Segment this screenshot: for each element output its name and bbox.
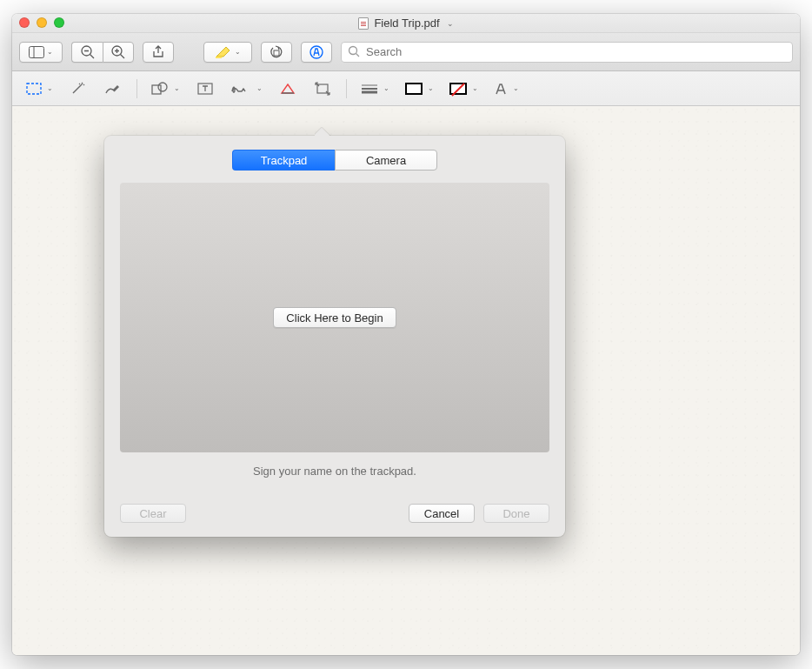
pencil-draw-icon <box>104 83 122 95</box>
svg-line-6 <box>121 54 125 58</box>
tab-trackpad[interactable]: Trackpad <box>232 150 335 171</box>
highlighter-icon <box>215 46 232 58</box>
search-icon <box>348 45 360 61</box>
document-title: Field Trip.pdf <box>374 17 439 30</box>
svg-rect-9 <box>216 57 222 58</box>
annotate-shape-button[interactable] <box>273 77 303 100</box>
line-style-button[interactable]: ⌄ <box>356 77 395 100</box>
markup-icon <box>309 44 324 60</box>
sign-button[interactable]: ⌄ <box>225 77 268 100</box>
popover-arrow <box>315 127 332 136</box>
chevron-down-icon: ⌄ <box>47 84 53 92</box>
line-style-icon <box>361 84 378 94</box>
svg-point-16 <box>158 83 167 91</box>
close-window-button[interactable] <box>19 17 30 28</box>
chevron-down-icon: ⌄ <box>256 84 263 92</box>
title-area[interactable]: Field Trip.pdf ⌄ <box>358 17 453 30</box>
chevron-down-icon: ⌄ <box>383 84 389 92</box>
share-icon <box>152 45 164 59</box>
main-toolbar: ⌄ ⌄ <box>12 33 800 71</box>
titlebar: Field Trip.pdf ⌄ <box>12 14 800 33</box>
shapes-icon <box>151 82 169 96</box>
shapes-button[interactable]: ⌄ <box>146 77 185 100</box>
search-wrap <box>341 42 793 63</box>
chevron-down-icon: ⌄ <box>174 84 180 92</box>
traffic-lights <box>19 17 64 28</box>
chevron-down-icon: ⌄ <box>472 84 478 92</box>
text-box-icon <box>197 83 213 95</box>
zoom-in-button[interactable] <box>103 42 134 63</box>
annotate-triangle-icon <box>280 83 296 95</box>
svg-rect-10 <box>274 50 279 56</box>
text-style-button[interactable]: ⌄ <box>489 77 524 100</box>
adjust-size-button[interactable] <box>308 77 337 100</box>
document-canvas[interactable]: Trackpad Camera Click Here to Begin Sign… <box>12 106 800 655</box>
selection-tool-button[interactable]: ⌄ <box>21 77 58 100</box>
title-chevron-icon: ⌄ <box>447 19 454 28</box>
svg-rect-14 <box>27 84 41 94</box>
chevron-down-icon: ⌄ <box>47 48 53 56</box>
signature-instruction-text: Sign your name on the trackpad. <box>120 465 549 478</box>
resize-arrows-icon <box>315 82 330 96</box>
text-style-icon <box>494 83 508 95</box>
fill-color-swatch <box>449 83 467 95</box>
zoom-out-icon <box>80 44 96 60</box>
text-box-button[interactable] <box>190 77 220 100</box>
document-icon <box>358 17 369 30</box>
chevron-down-icon: ⌄ <box>513 84 519 92</box>
toolbar-separator <box>346 79 347 98</box>
svg-point-12 <box>349 46 357 54</box>
rotate-button[interactable] <box>261 42 292 63</box>
tab-camera[interactable]: Camera <box>335 150 437 171</box>
svg-line-3 <box>90 54 94 58</box>
markup-toolbar: ⌄ ⌄ ⌄ ⌄ ⌄ <box>12 71 800 106</box>
signature-icon <box>230 83 251 95</box>
search-input[interactable] <box>341 42 793 63</box>
popover-actions: Clear Cancel Done <box>120 504 549 523</box>
toolbar-separator <box>136 79 137 98</box>
highlight-button[interactable]: ⌄ <box>203 42 252 63</box>
svg-rect-0 <box>30 46 44 57</box>
svg-point-11 <box>310 46 323 58</box>
signature-source-tabs: Trackpad Camera <box>120 150 549 171</box>
markup-toggle-button[interactable] <box>301 42 332 63</box>
rotate-left-icon <box>269 45 284 59</box>
sidebar-view-button[interactable]: ⌄ <box>19 42 63 63</box>
cancel-button[interactable]: Cancel <box>409 504 475 523</box>
share-button[interactable] <box>143 42 174 63</box>
zoom-group <box>71 42 134 63</box>
done-button[interactable]: Done <box>483 504 549 523</box>
app-window: Field Trip.pdf ⌄ ⌄ ⌄ <box>12 14 800 655</box>
signature-capture-area[interactable]: Click Here to Begin <box>120 183 549 452</box>
zoom-out-button[interactable] <box>71 42 103 63</box>
begin-signature-button[interactable]: Click Here to Begin <box>273 307 396 328</box>
chevron-down-icon: ⌄ <box>428 84 434 92</box>
signature-popover: Trackpad Camera Click Here to Begin Sign… <box>104 136 565 537</box>
svg-line-13 <box>356 53 360 57</box>
chevron-down-icon: ⌄ <box>235 48 241 56</box>
zoom-in-icon <box>110 44 126 60</box>
instant-alpha-button[interactable] <box>63 77 93 100</box>
zoom-window-button[interactable] <box>54 17 64 28</box>
selection-rect-icon <box>26 83 42 95</box>
border-color-button[interactable]: ⌄ <box>400 77 439 100</box>
clear-button[interactable]: Clear <box>120 504 186 523</box>
minimize-window-button[interactable] <box>37 17 47 28</box>
sidebar-icon <box>29 46 44 58</box>
magic-wand-icon <box>70 82 86 96</box>
border-color-swatch <box>405 83 423 95</box>
fill-color-button[interactable]: ⌄ <box>444 77 483 100</box>
sketch-tool-button[interactable] <box>98 77 128 100</box>
